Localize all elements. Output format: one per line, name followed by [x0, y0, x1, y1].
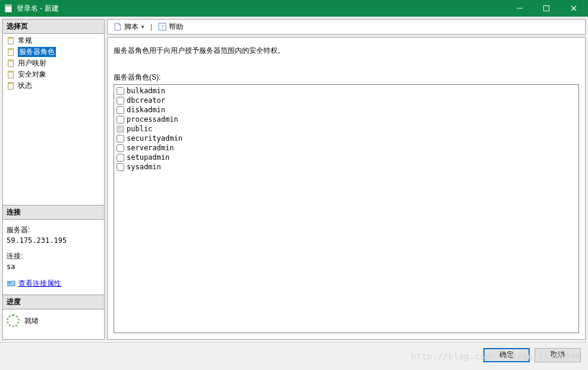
svg-rect-13 [8, 71, 14, 72]
role-checkbox[interactable] [117, 106, 124, 114]
svg-rect-18 [9, 283, 11, 284]
toolbar-separator: | [149, 23, 153, 31]
server-label: 服务器: [7, 224, 100, 235]
progress-header: 进度 [3, 295, 104, 309]
role-checkbox[interactable] [117, 116, 124, 124]
nav-label: 用户映射 [18, 58, 46, 68]
role-name: bulkadmin [127, 86, 165, 96]
page-nav-list: 常规 服务器角色 用户映射 安全对象 状态 [3, 34, 104, 93]
connection-section: 连接 服务器: 59.175.231.195 连接: sa 查看连接属性 [3, 205, 104, 295]
role-item[interactable]: processadmin [117, 115, 576, 124]
role-checkbox[interactable] [117, 154, 124, 162]
script-icon [113, 22, 122, 31]
role-name: processadmin [127, 115, 178, 124]
svg-rect-1 [5, 5, 11, 7]
page-icon [7, 36, 16, 46]
view-connection-properties-link[interactable]: 查看连接属性 [18, 278, 61, 289]
nav-item-status[interactable]: 状态 [5, 80, 102, 91]
role-item[interactable]: dbcreator [117, 96, 576, 105]
progress-status: 就绪 [24, 316, 39, 326]
page-icon [7, 70, 16, 80]
help-icon: ? [158, 22, 167, 31]
progress-spinner-icon [7, 314, 20, 327]
role-name: diskadmin [127, 105, 165, 115]
svg-rect-11 [8, 59, 14, 61]
svg-rect-3 [543, 6, 549, 11]
role-item[interactable]: sysadmin [117, 162, 576, 172]
nav-item-server-roles[interactable]: 服务器角色 [5, 46, 102, 58]
role-item[interactable]: serveradmin [117, 143, 576, 153]
nav-item-user-mapping[interactable]: 用户映射 [5, 58, 102, 69]
role-checkbox[interactable] [117, 97, 124, 105]
server-value: 59.175.231.195 [7, 235, 100, 246]
left-panel: 选择页 常规 服务器角色 用户映射 安全对象 状态 [2, 19, 105, 340]
role-item[interactable]: setupadmin [117, 153, 576, 162]
minimize-button[interactable] [506, 0, 533, 17]
nav-label: 服务器角色 [18, 47, 56, 57]
window-controls [506, 0, 588, 17]
chevron-down-icon: ▼ [140, 24, 145, 30]
nav-label: 状态 [18, 81, 32, 91]
help-button[interactable]: ? 帮助 [156, 21, 185, 33]
script-label: 脚本 [124, 22, 139, 32]
window-titlebar: 登录名 - 新建 [0, 0, 588, 17]
connection-label: 连接: [7, 251, 100, 261]
svg-rect-7 [8, 37, 14, 39]
right-panel: 脚本 ▼ | ? 帮助 服务器角色用于向用户授予服务器范围内的安全特权。 服务器… [107, 19, 586, 340]
role-item[interactable]: bulkadmin [117, 86, 576, 96]
app-icon [4, 4, 13, 13]
ok-button[interactable]: 确定 [483, 348, 530, 362]
nav-item-general[interactable]: 常规 [5, 35, 102, 46]
main-content: 服务器角色用于向用户授予服务器范围内的安全特权。 服务器角色(S): bulka… [107, 37, 586, 340]
description-text: 服务器角色用于向用户授予服务器范围内的安全特权。 [114, 46, 579, 56]
nav-item-securables[interactable]: 安全对象 [5, 69, 102, 80]
role-name: dbcreator [127, 96, 165, 105]
svg-rect-9 [8, 48, 14, 50]
script-button[interactable]: 脚本 ▼ [111, 21, 147, 33]
role-checkbox[interactable] [117, 125, 124, 133]
role-name: setupadmin [127, 153, 169, 162]
svg-text:?: ? [161, 24, 164, 30]
role-name: securityadmin [127, 134, 183, 143]
close-button[interactable] [559, 0, 588, 17]
role-name: sysadmin [127, 162, 161, 172]
nav-label: 安全对象 [18, 69, 46, 80]
select-page-header: 选择页 [3, 20, 104, 34]
role-item[interactable]: public [117, 124, 576, 134]
svg-rect-17 [9, 282, 11, 283]
server-roles-list[interactable]: bulkadmindbcreatordiskadminprocessadminp… [114, 84, 579, 333]
page-icon [7, 48, 16, 57]
role-checkbox[interactable] [117, 144, 124, 152]
nav-label: 常规 [18, 36, 32, 46]
connection-header: 连接 [3, 205, 104, 220]
progress-section: 进度 就绪 [3, 295, 104, 339]
dialog-footer: http://blog.csdn.net/qq_35995548 确定 取消 [0, 342, 588, 367]
page-icon [7, 59, 16, 68]
role-name: serveradmin [127, 143, 174, 153]
role-name: public [127, 124, 152, 134]
role-item[interactable]: diskadmin [117, 105, 576, 115]
page-icon [7, 81, 16, 91]
connection-value: sa [7, 261, 100, 272]
cancel-button[interactable]: 取消 [534, 348, 581, 362]
roles-list-label: 服务器角色(S): [114, 72, 579, 83]
window-title: 登录名 - 新建 [17, 4, 506, 14]
help-label: 帮助 [169, 22, 183, 32]
role-item[interactable]: securityadmin [117, 134, 576, 143]
role-checkbox[interactable] [117, 163, 124, 171]
maximize-button[interactable] [533, 0, 559, 17]
properties-icon [7, 279, 16, 288]
role-checkbox[interactable] [117, 135, 124, 143]
dialog-body: 选择页 常规 服务器角色 用户映射 安全对象 状态 [0, 17, 588, 342]
svg-rect-15 [8, 82, 14, 84]
toolbar: 脚本 ▼ | ? 帮助 [107, 19, 586, 34]
role-checkbox[interactable] [117, 87, 124, 95]
